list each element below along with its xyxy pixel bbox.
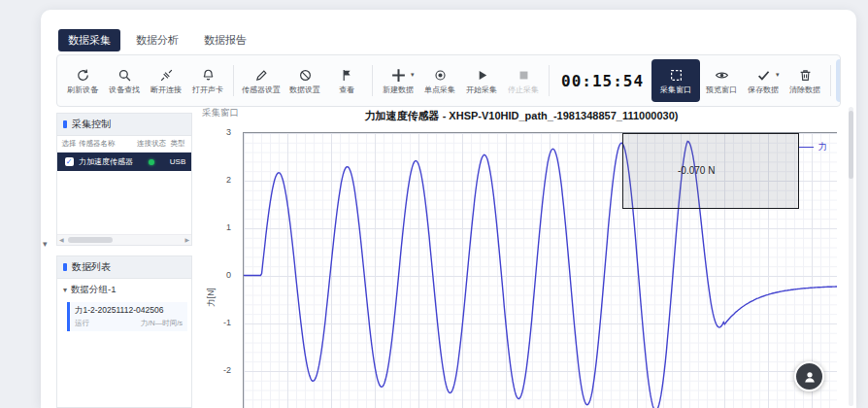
toolbar-separator bbox=[372, 65, 373, 96]
y-tick-label: 0 bbox=[226, 270, 231, 280]
clear-data-button[interactable]: 清除数据 bbox=[785, 59, 825, 102]
row-checkbox[interactable]: ✓ bbox=[65, 157, 74, 166]
data-group-row[interactable]: ▾ 数据分组-1 bbox=[57, 279, 191, 301]
slash-icon bbox=[297, 67, 314, 84]
collection-timer: 00:15:54 bbox=[561, 72, 644, 90]
disconnect-button[interactable]: 断开连接 bbox=[146, 59, 186, 102]
point-icon bbox=[432, 67, 449, 84]
left-sidebar: 采集控制 选择传感器名称连接状态类型 ✓力加速度传感器USB ◀ ▶ 数据列表 … bbox=[56, 113, 192, 408]
sensor-table-header: 选择传感器名称连接状态类型 bbox=[57, 136, 191, 153]
toolbar: 刷新设备设备查找断开连接打开声卡传感器设置数据设置查看▾新建数据单点采集开始采集… bbox=[56, 54, 841, 107]
data-list: ▾ 数据分组-1 力1-2-20251112-042506运行力/N—时间/s bbox=[56, 279, 192, 408]
panel-bullet-icon bbox=[63, 120, 67, 128]
collect-control-title: 采集控制 bbox=[72, 118, 111, 131]
collect-control-header: 采集控制 bbox=[56, 113, 192, 136]
preview-window-button[interactable]: 预览窗口 bbox=[701, 59, 742, 102]
assistant-avatar[interactable] bbox=[794, 361, 824, 391]
y-tick-label: 1 bbox=[226, 222, 231, 232]
disconnect-icon bbox=[158, 67, 175, 84]
panel-bullet-icon bbox=[63, 263, 67, 271]
toolbar-button-label: 预览窗口 bbox=[706, 86, 737, 94]
toolbar-button-label: 清除数据 bbox=[789, 86, 820, 94]
caret-down-icon: ▾ bbox=[776, 71, 780, 78]
status-dot bbox=[149, 159, 154, 165]
toolbar-button-label: 传感器设置 bbox=[242, 86, 281, 94]
chart-title: 力加速度传感器 - XHSP-V10HID_path_-1981348857_1… bbox=[200, 109, 843, 123]
capture-icon bbox=[668, 67, 684, 84]
scroll-right-icon[interactable]: ▶ bbox=[183, 237, 191, 243]
vertical-scrollbar[interactable] bbox=[849, 107, 853, 406]
toolbar-button-label: 数据设置 bbox=[289, 86, 320, 94]
horizontal-scrollbar[interactable]: ◀ ▶ bbox=[57, 234, 191, 245]
toolbar-separator bbox=[549, 65, 550, 96]
toolbar-button-label: 停止采集 bbox=[508, 86, 539, 94]
stop-icon bbox=[516, 67, 532, 84]
toolbar-button-label: 刷新设备 bbox=[67, 86, 98, 94]
pencil-icon bbox=[253, 67, 270, 84]
plus-icon: ▾ bbox=[390, 67, 407, 84]
chart-area: 力加速度传感器 - XHSP-V10HID_path_-1981348857_1… bbox=[200, 107, 843, 408]
stop-collect-button[interactable]: 停止采集 bbox=[503, 59, 544, 102]
collapse-handle-icon[interactable]: ▾ bbox=[43, 239, 48, 249]
open-soundcard-button[interactable]: 打开声卡 bbox=[187, 59, 228, 102]
check-icon: ▾ bbox=[755, 67, 772, 84]
table-row[interactable]: ✓力加速度传感器USB bbox=[57, 153, 191, 171]
toolbar-separator bbox=[830, 65, 831, 96]
play-icon bbox=[474, 67, 490, 84]
flag-icon bbox=[339, 67, 355, 84]
toolbar-button-label: 打开声卡 bbox=[192, 86, 223, 94]
sensor-table: 选择传感器名称连接状态类型 ✓力加速度传感器USB ◀ ▶ bbox=[56, 136, 192, 246]
capture-window-button[interactable]: 采集窗口 bbox=[651, 59, 700, 102]
eye-icon bbox=[714, 67, 730, 84]
data-group-label: 数据分组-1 bbox=[71, 284, 116, 296]
bell-icon bbox=[200, 67, 217, 84]
toolbar-button-label: 查看 bbox=[339, 86, 354, 94]
search-icon bbox=[117, 67, 133, 84]
start-collect-button[interactable]: 开始采集 bbox=[461, 59, 502, 102]
tab-data-analysis[interactable]: 数据分析 bbox=[126, 29, 188, 51]
data-item-axes: 力/N—时间/s bbox=[141, 319, 183, 328]
view-button[interactable]: 查看 bbox=[326, 59, 367, 102]
toolbar-button-label: 采集窗口 bbox=[660, 86, 691, 94]
measurement-annotation: -0.070 N bbox=[678, 165, 715, 176]
tab-data-report[interactable]: 数据报告 bbox=[194, 29, 256, 51]
data-list-item[interactable]: 力1-2-20251112-042506运行力/N—时间/s bbox=[67, 302, 187, 331]
refresh-icon bbox=[75, 67, 91, 84]
single-point-button[interactable]: 单点采集 bbox=[419, 59, 460, 102]
new-data-button[interactable]: ▾新建数据 bbox=[378, 59, 418, 102]
scrollbar-thumb[interactable] bbox=[68, 237, 113, 243]
refresh-device-button[interactable]: 刷新设备 bbox=[62, 59, 103, 102]
column-header: 选择 bbox=[59, 139, 79, 149]
legend-series-label: 力 bbox=[818, 141, 828, 153]
toolbar-button-label: 新建数据 bbox=[383, 86, 414, 94]
trash-icon bbox=[797, 67, 814, 84]
sensor-type: USB bbox=[168, 157, 187, 166]
scrollbar-track[interactable] bbox=[66, 237, 184, 243]
column-header: 传感器名称 bbox=[79, 139, 135, 149]
plot-area[interactable]: -0.070 N 力 bbox=[243, 132, 837, 408]
column-header: 连接状态 bbox=[135, 139, 168, 149]
toolbar-button-label: 设备查找 bbox=[109, 86, 140, 94]
chart-legend: 力 bbox=[799, 141, 828, 153]
main-tabs: 数据采集 数据分析 数据报告 bbox=[58, 29, 256, 51]
experiment-status-button[interactable]: 实验状态 bbox=[836, 59, 841, 102]
save-data-button[interactable]: ▾保存数据 bbox=[743, 59, 784, 102]
selection-rectangle[interactable]: -0.070 N bbox=[622, 133, 799, 209]
y-tick-label: 3 bbox=[226, 127, 231, 137]
y-tick-label: -2 bbox=[223, 365, 231, 375]
sensor-settings-button[interactable]: 传感器设置 bbox=[239, 59, 284, 102]
tab-data-collect[interactable]: 数据采集 bbox=[58, 29, 120, 51]
scrollbar-thumb[interactable] bbox=[849, 111, 853, 179]
data-settings-button[interactable]: 数据设置 bbox=[284, 59, 325, 102]
search-device-button[interactable]: 设备查找 bbox=[104, 59, 145, 102]
app-window: 数据采集 数据分析 数据报告 刷新设备设备查找断开连接打开声卡传感器设置数据设置… bbox=[41, 10, 856, 408]
y-axis-ticks: 3210-1-2 bbox=[200, 107, 239, 408]
data-item-title: 力1-2-20251112-042506 bbox=[75, 305, 183, 317]
tree-expand-icon[interactable]: ▾ bbox=[63, 286, 67, 294]
toolbar-button-label: 保存数据 bbox=[748, 86, 779, 94]
person-icon bbox=[802, 369, 818, 385]
toolbar-button-label: 单点采集 bbox=[424, 86, 455, 94]
y-tick-label: -1 bbox=[223, 318, 231, 327]
scroll-left-icon[interactable]: ◀ bbox=[57, 237, 66, 243]
caret-down-icon: ▾ bbox=[411, 71, 415, 78]
